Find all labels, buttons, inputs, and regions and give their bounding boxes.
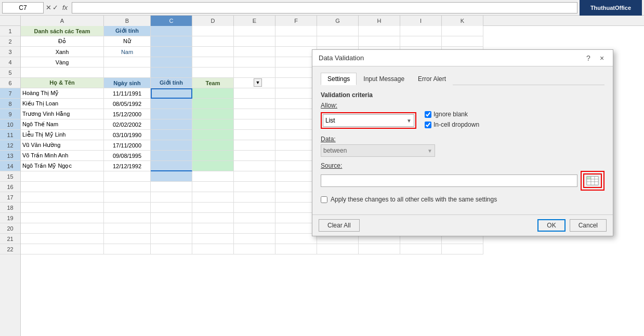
cell-k2[interactable] (442, 36, 483, 47)
cell-f12[interactable] (275, 140, 317, 151)
cell-d20[interactable] (192, 223, 234, 234)
cell-b4[interactable] (104, 57, 151, 68)
cell-f2[interactable] (275, 36, 317, 47)
cell-c1[interactable] (151, 26, 192, 36)
cell-a14[interactable]: Ngô Trần Mỹ Ngọc (21, 161, 104, 171)
cell-h2[interactable] (359, 36, 400, 47)
cell-c12[interactable] (151, 140, 192, 151)
cell-a3[interactable]: Xanh (21, 47, 104, 57)
cell-a11[interactable]: Liễu Thị Mỹ Linh (21, 130, 104, 140)
cell-d17[interactable] (192, 192, 234, 203)
tab-input-message[interactable]: Input Message (357, 73, 411, 85)
cell-a17[interactable] (21, 192, 104, 203)
cell-b19[interactable] (104, 213, 151, 223)
cell-c14[interactable] (151, 161, 192, 171)
cell-c10[interactable] (151, 119, 192, 130)
cell-i2[interactable] (400, 36, 442, 47)
cell-b14[interactable]: 12/12/1992 (104, 161, 151, 171)
cell-b2[interactable]: Nữ (104, 36, 151, 47)
cell-f5[interactable] (275, 68, 317, 78)
cell-a1[interactable]: Danh sách các Team (21, 26, 104, 36)
dialog-close-button[interactable]: × (597, 53, 607, 63)
cell-c21[interactable] (151, 234, 192, 244)
cell-h22[interactable] (359, 244, 400, 254)
cell-e9[interactable] (234, 109, 275, 119)
ok-button[interactable]: OK (537, 219, 565, 232)
cell-f1[interactable] (275, 26, 317, 36)
cell-a19[interactable] (21, 213, 104, 223)
cell-c19[interactable] (151, 213, 192, 223)
cell-f8[interactable] (275, 99, 317, 109)
formula-bar-input[interactable] (72, 2, 577, 14)
cell-c5[interactable] (151, 68, 192, 78)
cell-e8[interactable] (234, 99, 275, 109)
cell-d1[interactable] (192, 26, 234, 36)
cell-f6[interactable] (275, 78, 317, 88)
cell-e17[interactable] (234, 192, 275, 203)
cell-i1[interactable] (400, 26, 442, 36)
cell-b17[interactable] (104, 192, 151, 203)
cell-c16[interactable] (151, 182, 192, 192)
allow-select[interactable]: List ▼ (323, 114, 414, 127)
col-header-b[interactable]: B (104, 16, 151, 26)
cell-d2[interactable] (192, 36, 234, 47)
cell-a20[interactable] (21, 223, 104, 234)
cell-a10[interactable]: Ngô Thế Nam (21, 119, 104, 130)
cell-d15[interactable] (192, 171, 234, 182)
col-header-a[interactable]: A (21, 16, 104, 26)
cell-f21[interactable] (275, 234, 317, 244)
cell-d11[interactable] (192, 130, 234, 140)
cell-b15[interactable] (104, 171, 151, 182)
cell-d7[interactable] (192, 88, 234, 99)
cell-d4[interactable] (192, 57, 234, 68)
col-header-g[interactable]: G (317, 16, 359, 26)
cell-d10[interactable] (192, 119, 234, 130)
cell-dropdown-c7[interactable]: ▼ (254, 78, 262, 87)
cell-f3[interactable] (275, 47, 317, 57)
cell-c3[interactable] (151, 47, 192, 57)
cell-e11[interactable] (234, 130, 275, 140)
cell-d21[interactable] (192, 234, 234, 244)
cell-a4[interactable]: Vàng (21, 57, 104, 68)
col-header-c[interactable]: C (151, 16, 192, 26)
cell-c17[interactable] (151, 192, 192, 203)
cell-f11[interactable] (275, 130, 317, 140)
cell-a6[interactable]: Họ & Tên (21, 78, 104, 88)
cell-d13[interactable] (192, 151, 234, 161)
cell-f15[interactable] (275, 171, 317, 182)
cell-e1[interactable] (234, 26, 275, 36)
cell-g22[interactable] (317, 244, 359, 254)
cell-c2[interactable] (151, 36, 192, 47)
cell-a8[interactable]: Kiều Thị Loan (21, 99, 104, 109)
cell-e14[interactable] (234, 161, 275, 171)
cell-b18[interactable] (104, 203, 151, 213)
cell-b1[interactable]: Giới tính (104, 26, 151, 36)
col-header-d[interactable]: D (192, 16, 234, 26)
col-header-h[interactable]: H (359, 16, 400, 26)
cell-c6[interactable]: Giới tính (151, 78, 192, 88)
cell-c22[interactable] (151, 244, 192, 254)
cell-d5[interactable] (192, 68, 234, 78)
cell-c20[interactable] (151, 223, 192, 234)
cell-a15[interactable] (21, 171, 104, 182)
cell-b20[interactable] (104, 223, 151, 234)
cell-e20[interactable] (234, 223, 275, 234)
cell-b8[interactable]: 08/05/1992 (104, 99, 151, 109)
cell-d3[interactable] (192, 47, 234, 57)
cell-f7[interactable] (275, 88, 317, 99)
cell-g2[interactable] (317, 36, 359, 47)
cell-e19[interactable] (234, 213, 275, 223)
cell-g1[interactable] (317, 26, 359, 36)
in-cell-dropdown-checkbox[interactable] (425, 122, 431, 128)
cell-e22[interactable] (234, 244, 275, 254)
cell-c7[interactable] (151, 88, 192, 99)
cell-a2[interactable]: Đỏ (21, 36, 104, 47)
cell-b9[interactable]: 15/12/2000 (104, 109, 151, 119)
cell-a22[interactable] (21, 244, 104, 254)
cell-c9[interactable] (151, 109, 192, 119)
cell-e15[interactable] (234, 171, 275, 182)
ignore-blank-checkbox[interactable] (425, 111, 431, 118)
cell-d8[interactable] (192, 99, 234, 109)
cell-d14[interactable] (192, 161, 234, 171)
cell-b11[interactable]: 03/10/1990 (104, 130, 151, 140)
